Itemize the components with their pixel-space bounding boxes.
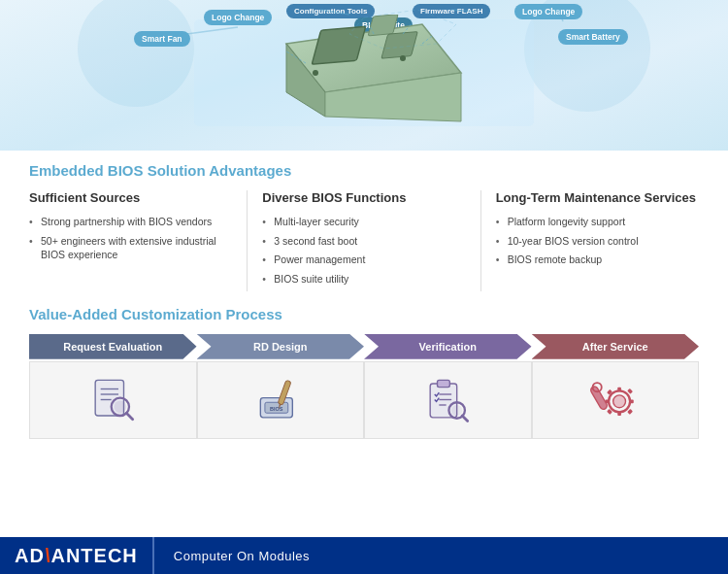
svg-rect-30: [437, 380, 449, 387]
document-search-icon: [86, 373, 140, 426]
svg-line-14: [451, 10, 476, 12]
svg-line-12: [180, 27, 238, 35]
svg-point-22: [114, 401, 126, 414]
step2-label: RD Design: [253, 341, 308, 353]
col1-title: Sufficient Sources: [29, 190, 232, 207]
clipboard-check-icon: [421, 373, 475, 426]
step3-icon-area: [364, 361, 532, 439]
svg-text:BIOS: BIOS: [270, 406, 283, 412]
bios-chip-icon: BIOS: [253, 373, 307, 426]
step-request-evaluation: Request Evaluation: [29, 334, 197, 439]
brand-subtitle: Computer On Modules: [154, 549, 329, 563]
svg-point-35: [451, 405, 462, 416]
diagram-area: Smart Fan Logo Change Configuration Tool…: [0, 0, 728, 151]
step-verification: Verification: [364, 334, 532, 439]
content-area: Embedded BIOS Solution Advantages Suffic…: [0, 151, 728, 449]
step1-label: Request Evaluation: [63, 341, 162, 353]
col1-bullet-1: Strong partnership with BIOS vendors: [29, 215, 232, 229]
step3-label: Verification: [419, 341, 477, 353]
step2-icon-area: BIOS: [197, 361, 365, 439]
svg-point-38: [613, 395, 626, 408]
svg-rect-40: [618, 412, 622, 417]
svg-marker-16: [349, 10, 456, 49]
step1-icon-area: [29, 361, 197, 439]
col3-bullet-1: Platform longevity support: [496, 215, 699, 229]
col2-bullet-2: 3 second fast boot: [262, 234, 465, 249]
svg-line-15: [558, 10, 563, 21]
col3-bullet-2: 10-year BIOS version control: [496, 234, 699, 249]
step4-label: After Service: [582, 341, 648, 353]
svg-rect-42: [629, 400, 634, 404]
brand-accent: \: [45, 545, 51, 566]
step1-header: Request Evaluation: [29, 334, 197, 359]
col2-bullet-4: BIOS suite utility: [262, 272, 465, 287]
wrench-gear-icon: [588, 373, 642, 426]
step3-header: Verification: [364, 334, 532, 359]
col2-bullet-3: Power management: [262, 253, 465, 267]
col2-title: Diverse BIOS Functions: [262, 190, 465, 207]
connector-lines: [0, 0, 728, 151]
col3-bullet-3: BIOS remote backup: [496, 253, 699, 267]
step2-header: RD Design: [197, 334, 365, 359]
process-title: Value-Added Customization Process: [29, 306, 699, 322]
svg-rect-39: [618, 388, 622, 392]
col-sufficient-sources: Sufficient Sources Strong partnership wi…: [29, 190, 232, 291]
advantages-columns: Sufficient Sources Strong partnership wi…: [29, 190, 699, 291]
divider-2: [480, 190, 481, 291]
svg-rect-46: [627, 409, 633, 415]
step4-header: After Service: [532, 334, 700, 359]
svg-line-36: [462, 416, 468, 422]
col3-title: Long-Term Maintenance Services: [496, 190, 699, 207]
advantages-title: Embedded BIOS Solution Advantages: [29, 162, 699, 179]
svg-line-13: [320, 10, 349, 15]
col3-bullets: Platform longevity support 10-year BIOS …: [496, 215, 699, 267]
col2-bullets: Multi-layer security 3 second fast boot …: [262, 215, 465, 287]
col1-bullet-2: 50+ engineers with extensive industrial …: [29, 234, 232, 262]
step-after-service: After Service: [532, 334, 700, 439]
step-rd-design: RD Design BIOS: [197, 334, 365, 439]
bottom-bar: AD\ANTECH Computer On Modules: [0, 537, 728, 574]
col2-bullet-1: Multi-layer security: [262, 215, 465, 229]
brand-text: AD\ANTECH: [15, 545, 138, 567]
svg-line-23: [126, 413, 132, 419]
svg-rect-44: [627, 388, 633, 394]
process-steps: Request Evaluation RD Design: [29, 334, 699, 439]
col1-bullets: Strong partnership with BIOS vendors 50+…: [29, 215, 232, 262]
brand-logo: AD\ANTECH: [0, 537, 153, 574]
col-maintenance: Long-Term Maintenance Services Platform …: [496, 190, 699, 291]
col-diverse-bios: Diverse BIOS Functions Multi-layer secur…: [262, 190, 465, 291]
step4-icon-area: [532, 361, 700, 439]
divider-1: [247, 190, 248, 291]
